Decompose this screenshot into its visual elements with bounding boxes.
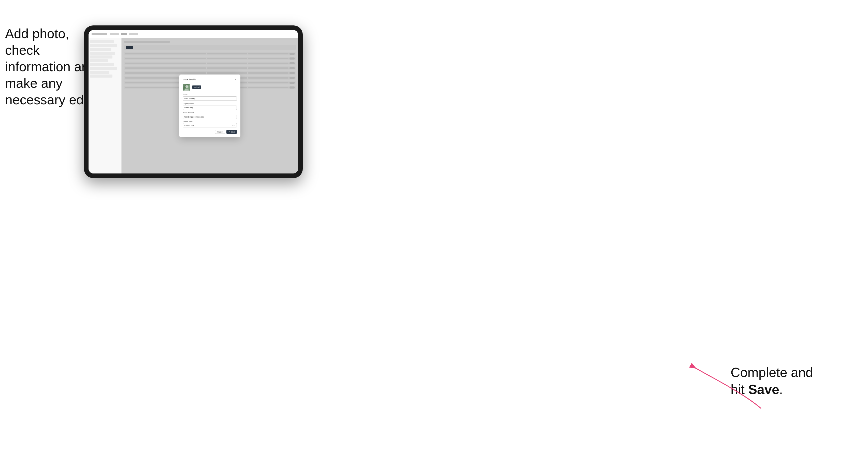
modal-overlay: User details × bbox=[122, 38, 298, 174]
modal-title: User details bbox=[183, 79, 196, 81]
tablet-screen: User details × bbox=[89, 30, 298, 174]
annotation-right-text: Complete and hit Save. bbox=[731, 364, 832, 398]
app-main: User details × bbox=[122, 38, 298, 174]
annotation-save-word: Save bbox=[748, 382, 779, 397]
name-input[interactable] bbox=[183, 96, 237, 101]
modal-close-button[interactable]: × bbox=[234, 78, 237, 81]
app-nav bbox=[110, 33, 138, 35]
photo-image bbox=[183, 84, 190, 91]
display-name-label: Display name bbox=[183, 102, 237, 104]
school-year-label: School Year bbox=[183, 121, 237, 123]
photo-section: Upload bbox=[183, 84, 237, 91]
annotation-right-line2: hit bbox=[731, 382, 748, 397]
sidebar-item bbox=[90, 67, 117, 70]
name-field-group: Name bbox=[183, 93, 237, 101]
sidebar-item bbox=[90, 71, 110, 74]
person-silhouette-icon bbox=[183, 84, 190, 91]
nav-item-1 bbox=[110, 33, 119, 35]
annotation-right-line1: Complete and bbox=[731, 365, 813, 380]
photo-thumbnail bbox=[183, 84, 190, 91]
save-icon: ⬆ bbox=[228, 131, 230, 133]
select-clear-icon[interactable]: × bbox=[232, 124, 234, 126]
svg-point-3 bbox=[184, 89, 189, 91]
school-year-field-group: School Year Fourth Year × ⌄ bbox=[183, 121, 237, 127]
select-controls: × ⌄ bbox=[232, 124, 235, 126]
sidebar-item bbox=[90, 44, 117, 47]
sidebar-item bbox=[90, 56, 113, 59]
display-name-input[interactable] bbox=[183, 105, 237, 110]
app-header bbox=[89, 30, 298, 38]
school-year-value: Fourth Year bbox=[184, 124, 194, 126]
sidebar-item bbox=[90, 74, 113, 77]
chevron-down-icon[interactable]: ⌄ bbox=[234, 124, 235, 126]
email-label: Email address bbox=[183, 112, 237, 114]
app-content: User details × bbox=[89, 38, 298, 174]
name-label: Name bbox=[183, 93, 237, 95]
app-sidebar bbox=[89, 38, 122, 174]
svg-point-2 bbox=[185, 85, 188, 88]
cancel-button[interactable]: Cancel bbox=[215, 130, 225, 134]
user-details-modal: User details × bbox=[179, 74, 240, 137]
save-button[interactable]: ⬆ Save bbox=[226, 130, 237, 134]
tablet-frame: User details × bbox=[84, 25, 303, 178]
email-input[interactable] bbox=[183, 115, 237, 119]
display-name-field-group: Display name bbox=[183, 102, 237, 110]
sidebar-item bbox=[90, 40, 114, 43]
sidebar-item bbox=[90, 48, 111, 51]
upload-photo-button[interactable]: Upload bbox=[192, 86, 201, 89]
app-logo bbox=[92, 33, 107, 35]
sidebar-item bbox=[90, 52, 115, 55]
modal-footer: Cancel ⬆ Save bbox=[183, 130, 237, 134]
save-label: Save bbox=[231, 131, 235, 133]
annotation-period: . bbox=[779, 382, 783, 397]
email-field-group: Email address bbox=[183, 112, 237, 119]
nav-item-2 bbox=[121, 33, 127, 35]
modal-header: User details × bbox=[183, 78, 237, 81]
school-year-select[interactable]: Fourth Year × ⌄ bbox=[183, 123, 237, 127]
sidebar-item bbox=[90, 59, 108, 62]
sidebar-item bbox=[90, 63, 114, 66]
nav-item-3 bbox=[129, 33, 138, 35]
